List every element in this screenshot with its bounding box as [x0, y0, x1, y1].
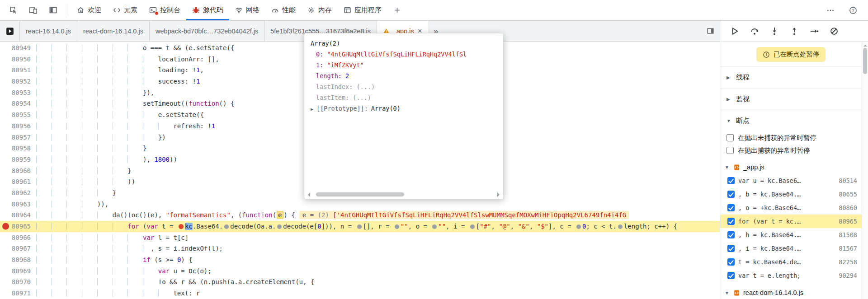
line-number[interactable]: 80960	[0, 165, 36, 177]
tab-elements[interactable]: 元素	[107, 0, 143, 20]
section-threads[interactable]: ▶ 线程	[720, 66, 862, 88]
line-number[interactable]: 80965	[0, 221, 36, 232]
pause-option[interactable]: 在抛出未捕获的异常时暂停	[720, 131, 862, 144]
code-text[interactable]: !o && r && (n.push(a.a.createElement(u, …	[36, 276, 720, 288]
breakpoint-entry[interactable]: var u = kc.Base6…80514	[720, 174, 862, 187]
checkbox[interactable]	[726, 134, 734, 141]
scroll-left-icon[interactable]	[306, 192, 310, 197]
checkbox[interactable]	[727, 258, 735, 266]
tab-network[interactable]: 网络	[229, 0, 265, 20]
checkbox[interactable]	[726, 147, 734, 154]
breakpoint-entry[interactable]: , h = kc.Base64.…81508	[720, 228, 862, 242]
section-breakpoints[interactable]: ▼ 断点	[720, 110, 862, 131]
scroll-up-icon[interactable]	[863, 43, 867, 47]
code-text[interactable]: var u = Dc(o);	[36, 266, 720, 277]
more-menu-button[interactable]	[823, 3, 838, 18]
file-tab[interactable]: react-dom-16.14.0.js	[77, 21, 150, 41]
line-number[interactable]: 80966	[0, 232, 36, 243]
line-number[interactable]: 80953	[0, 87, 36, 98]
inline-breakpoint-marker[interactable]	[179, 224, 184, 229]
code-text[interactable]: , s = i.indexOf(l);	[36, 243, 720, 254]
inline-breakpoint-marker[interactable]	[432, 224, 437, 229]
resume-button[interactable]	[730, 27, 739, 36]
scrollbar-track[interactable]	[311, 192, 496, 196]
toggle-panel-button[interactable]	[707, 21, 720, 41]
line-number[interactable]: 80956	[0, 121, 36, 132]
inline-breakpoint-marker[interactable]	[395, 224, 399, 229]
scroll-right-icon[interactable]	[497, 192, 502, 197]
popup-property-row[interactable]: lastItem: (...)	[304, 92, 503, 103]
line-number[interactable]: 80971	[0, 288, 36, 299]
line-number[interactable]: 80961	[0, 176, 36, 187]
file-tab[interactable]: webpack-bd70bfc…732eb04042f.js	[150, 21, 264, 41]
help-button[interactable]: ?	[845, 3, 861, 18]
code-text[interactable]: if (s >= 0) {	[36, 254, 720, 266]
breakpoint-entry[interactable]: for (var t = kc.…80965	[720, 215, 862, 228]
inline-breakpoint-marker[interactable]	[277, 224, 282, 229]
line-number[interactable]: 80955	[0, 109, 36, 121]
popup-horizontal-scrollbar[interactable]	[306, 192, 502, 197]
breakpoint-group-header[interactable]: ▼react-dom-16.14.0.js	[720, 286, 862, 299]
tab-performance[interactable]: 性能	[265, 0, 302, 20]
scrollbar-thumb[interactable]	[863, 48, 867, 74]
tab-sources[interactable]: 源代码	[186, 0, 229, 20]
checkbox[interactable]	[727, 272, 735, 279]
breakpoint-dot-icon[interactable]	[2, 223, 9, 230]
deactivate-breakpoints-button[interactable]	[830, 27, 839, 36]
dock-side-button[interactable]	[45, 3, 61, 18]
step-over-button[interactable]	[750, 27, 759, 36]
inline-breakpoint-marker[interactable]	[357, 224, 362, 229]
breakpoint-group-header[interactable]: ▼_app.js	[720, 160, 862, 174]
tab-memory[interactable]: 内存	[302, 0, 338, 20]
checkbox[interactable]	[727, 231, 735, 238]
breakpoint-entry[interactable]: , i = kc.Base64.…81567	[720, 242, 862, 255]
inline-breakpoint-marker[interactable]	[470, 224, 475, 229]
pause-option[interactable]: 在抛出捕获的异常时暂停	[720, 144, 862, 157]
line-number[interactable]: 80964	[0, 210, 36, 221]
line-number[interactable]: 80951	[0, 65, 36, 76]
line-number[interactable]: 80959	[0, 154, 36, 165]
line-number[interactable]: 80957	[0, 132, 36, 143]
disclosure-triangle-icon[interactable]: ▶	[311, 107, 313, 112]
popup-property-row[interactable]: lastIndex: (...)	[304, 81, 503, 92]
scrollbar-thumb[interactable]	[316, 192, 404, 196]
navigator-toggle-button[interactable]	[0, 21, 20, 41]
code-text[interactable]: var l = t[c]	[36, 232, 720, 243]
inline-breakpoint-marker[interactable]	[224, 224, 229, 229]
tab-more-panels[interactable]	[387, 0, 407, 20]
breakpoint-entry[interactable]: var t = e.length;90294	[720, 269, 862, 282]
line-number[interactable]: 80958	[0, 143, 36, 154]
checkbox[interactable]	[727, 191, 735, 198]
checkbox[interactable]	[727, 204, 735, 211]
step-button[interactable]	[810, 27, 819, 36]
inline-breakpoint-marker[interactable]	[576, 224, 581, 229]
breakpoint-entry[interactable]: t = kc.Base64.de…82258	[720, 255, 862, 269]
line-number[interactable]: 80963	[0, 199, 36, 210]
prototype-row[interactable]: ▶[[Prototype]]:Array(0)	[304, 103, 503, 115]
checkbox[interactable]	[727, 177, 735, 184]
breakpoint-entry[interactable]: , o = +kc.Base64…80860	[720, 201, 862, 215]
device-toolbar-button[interactable]	[25, 3, 41, 18]
code-text[interactable]: da()(oc()(e), "formatSemantics", (functi…	[36, 210, 720, 221]
line-number[interactable]: 80952	[0, 76, 36, 87]
code-text[interactable]: for (var t = kc.Base64.decode(Oa.a.decod…	[36, 221, 720, 232]
section-watch[interactable]: ▶ 监视	[720, 88, 862, 110]
tab-console[interactable]: 控制台	[143, 0, 186, 20]
line-number[interactable]: 80949	[0, 42, 36, 54]
line-number[interactable]: 80962	[0, 187, 36, 199]
file-tab[interactable]: react-16.14.0.js	[20, 21, 77, 41]
line-number[interactable]: 80967	[0, 243, 36, 254]
line-number[interactable]: 80950	[0, 54, 36, 65]
line-number[interactable]: 80970	[0, 276, 36, 288]
checkbox[interactable]	[727, 245, 735, 252]
tab-welcome[interactable]: 欢迎	[71, 0, 107, 20]
inline-breakpoint-marker[interactable]	[618, 224, 623, 229]
code-text[interactable]: )),	[36, 199, 720, 210]
checkbox[interactable]	[727, 218, 735, 225]
line-number[interactable]: 80968	[0, 254, 36, 266]
step-into-button[interactable]	[770, 27, 779, 36]
tab-application[interactable]: 应用程序	[338, 0, 387, 20]
breakpoint-entry[interactable]: , b = kc.Base64.…80655	[720, 187, 862, 201]
sidebar-scrollbar[interactable]	[862, 42, 868, 299]
code-text[interactable]: text: r	[36, 288, 720, 299]
